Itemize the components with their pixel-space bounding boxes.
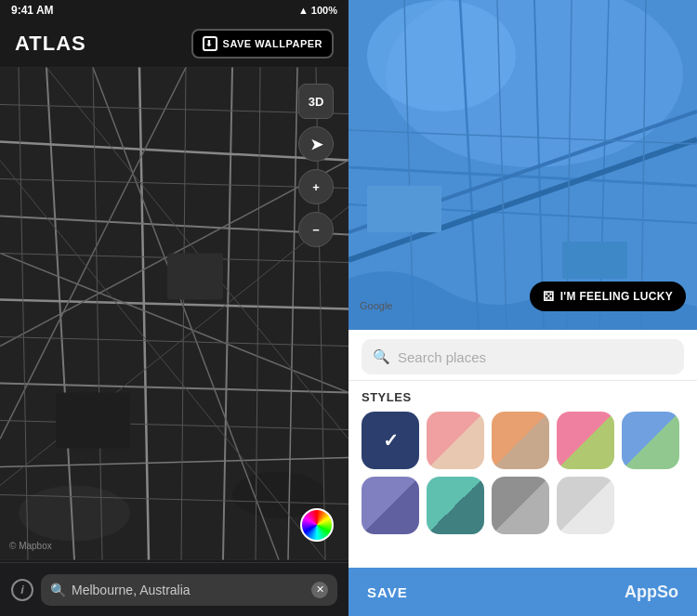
svg-point-1: [19, 486, 130, 542]
search-placeholder: Search places: [398, 349, 486, 365]
feeling-lucky-label: I'M FEELING LUCKY: [560, 290, 673, 303]
location-text: Melbourne, Australia: [72, 583, 191, 597]
map-preview: Google ⚄ I'M FEELING LUCKY: [348, 0, 697, 330]
svg-rect-47: [367, 186, 441, 232]
zoom-in-button[interactable]: +: [298, 169, 334, 204]
google-brand: Google: [360, 300, 392, 311]
styles-label: STYLES: [362, 390, 684, 404]
search-section: 🔍 Search places: [348, 330, 697, 381]
save-wallpaper-button[interactable]: ⬇ SAVE WALLPAPER: [191, 29, 334, 59]
places-search-input[interactable]: 🔍 Search places: [362, 339, 684, 374]
zoom-out-button[interactable]: −: [298, 212, 334, 247]
style-item-orange[interactable]: [492, 412, 549, 469]
status-right: ▲ 100%: [298, 5, 337, 16]
right-panel: Google ⚄ I'M FEELING LUCKY 🔍 Search plac…: [348, 0, 697, 616]
wifi-icon: ▲: [298, 5, 311, 16]
battery-label: 100%: [311, 5, 337, 16]
compass-icon: ➤: [310, 136, 322, 153]
save-footer: SAVE AppSo: [348, 568, 697, 616]
save-wallpaper-icon: ⬇: [203, 36, 217, 51]
style-item-gray[interactable]: [492, 477, 549, 534]
style-item-dark-blue[interactable]: [362, 412, 419, 469]
info-button[interactable]: i: [11, 579, 33, 601]
mapbox-label: © Mapbox: [9, 541, 52, 551]
styles-section: STYLES: [348, 381, 697, 568]
map-controls: 3D ➤ + −: [298, 84, 334, 247]
style-item-purple[interactable]: [362, 477, 419, 534]
style-item-light-gray[interactable]: [557, 477, 614, 534]
save-wallpaper-label: SAVE WALLPAPER: [223, 38, 322, 49]
location-search-input[interactable]: 🔍 Melbourne, Australia ✕: [41, 574, 337, 606]
svg-point-34: [367, 0, 516, 111]
styles-row-2: [362, 477, 684, 534]
map-preview-svg: [348, 0, 697, 330]
save-button[interactable]: SAVE: [367, 584, 408, 600]
style-item-blue-green[interactable]: [622, 412, 679, 469]
style-item-pink-green[interactable]: [557, 412, 614, 469]
mapbox-logo: © Mapbox: [9, 541, 52, 551]
appso-brand: AppSo: [625, 583, 678, 602]
clear-search-button[interactable]: ✕: [311, 582, 328, 598]
map-canvas: [0, 67, 348, 560]
search-icon: 🔍: [50, 583, 66, 597]
feeling-lucky-button[interactable]: ⚄ I'M FEELING LUCKY: [530, 282, 686, 311]
style-item-teal[interactable]: [427, 477, 484, 534]
map-svg: [0, 67, 348, 560]
3d-button[interactable]: 3D: [298, 84, 334, 119]
style-item-pink[interactable]: [427, 412, 484, 469]
search-box-icon: 🔍: [373, 348, 390, 365]
status-time: 9:41 AM: [11, 4, 54, 17]
status-bar: 9:41 AM ▲ 100%: [0, 0, 348, 20]
styles-row-1: [362, 412, 684, 469]
top-bar: ATLAS ⬇ SAVE WALLPAPER: [0, 20, 348, 67]
app-title: ATLAS: [15, 32, 86, 56]
compass-button[interactable]: ➤: [298, 126, 334, 162]
left-panel: 9:41 AM ▲ 100% ATLAS ⬇ SAVE WALLPAPER: [0, 0, 348, 616]
dice-icon: ⚄: [543, 289, 554, 304]
svg-rect-30: [167, 254, 223, 300]
color-wheel-button[interactable]: [300, 508, 334, 542]
svg-rect-31: [56, 393, 130, 449]
svg-rect-48: [562, 242, 627, 279]
bottom-search-bar: i 🔍 Melbourne, Australia ✕: [0, 562, 348, 616]
